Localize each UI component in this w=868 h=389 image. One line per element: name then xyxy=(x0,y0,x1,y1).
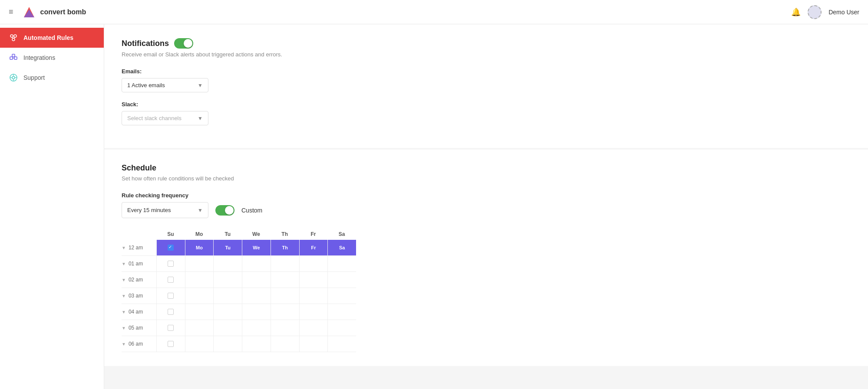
chevron-12am: ▼ xyxy=(122,245,126,250)
cal-cell-06am-th xyxy=(271,336,299,352)
cal-label-04am: ▼ 04 am xyxy=(122,304,156,320)
cal-cell-12am-tu[interactable]: Tu xyxy=(213,240,242,255)
cal-header-empty xyxy=(122,229,156,240)
topbar-left: ≡ convert bomb xyxy=(9,5,86,19)
sidebar-label-automated-rules: Automated Rules xyxy=(23,34,73,41)
cal-cell-05am-th xyxy=(271,320,299,336)
notifications-toggle[interactable] xyxy=(174,38,193,49)
cal-cell-02am-fr xyxy=(299,272,328,288)
svg-rect-8 xyxy=(14,57,17,59)
cal-header-sa: Sa xyxy=(327,229,356,240)
cal-cell-12am-mo[interactable]: Mo xyxy=(185,240,214,255)
cal-cell-12am-we[interactable]: We xyxy=(242,240,271,255)
sidebar: Automated Rules Integrations xyxy=(0,24,104,389)
cal-label-12am: ▼ 12 am xyxy=(122,240,156,255)
cal-cell-01am-sa xyxy=(327,256,356,271)
cal-row-12am: ▼ 12 am Mo Tu We Th Fr Sa xyxy=(122,240,356,256)
checkbox-01am-su[interactable] xyxy=(168,261,174,267)
schedule-title: Schedule xyxy=(122,163,851,173)
freq-label: Rule checking frequency xyxy=(122,192,851,199)
cal-row-02am: ▼ 02 am xyxy=(122,272,356,288)
custom-toggle[interactable] xyxy=(215,205,234,216)
cal-header-su: Su xyxy=(156,229,185,240)
topbar-right: 🔔 Demo User xyxy=(791,5,859,19)
cal-row-04am: ▼ 04 am xyxy=(122,304,356,320)
frequency-value: Every 15 minutes xyxy=(127,207,171,213)
checkbox-06am-su[interactable] xyxy=(168,341,174,347)
slack-label: Slack: xyxy=(122,101,851,108)
checkbox-03am-su[interactable] xyxy=(168,293,174,299)
support-icon xyxy=(9,73,18,82)
cal-cell-04am-su[interactable] xyxy=(156,304,185,320)
cal-cell-12am-su[interactable] xyxy=(156,240,185,255)
notifications-desc: Receive email or Slack alerts about trig… xyxy=(122,51,851,58)
cal-cell-12am-fr[interactable]: Fr xyxy=(299,240,328,255)
cal-cell-02am-sa xyxy=(327,272,356,288)
cal-header-mo: Mo xyxy=(185,229,214,240)
avatar xyxy=(808,5,822,19)
cal-cell-03am-tu xyxy=(213,288,242,304)
bell-icon[interactable]: 🔔 xyxy=(791,7,801,17)
checkbox-05am-su[interactable] xyxy=(168,325,174,331)
cal-label-05am: ▼ 05 am xyxy=(122,320,156,336)
cal-header-fr: Fr xyxy=(299,229,328,240)
cal-cell-01am-fr xyxy=(299,256,328,271)
cal-cell-05am-su[interactable] xyxy=(156,320,185,336)
slack-dropdown[interactable]: Select slack channels ▼ xyxy=(122,111,208,125)
cal-cell-02am-we xyxy=(242,272,271,288)
svg-line-6 xyxy=(13,37,15,38)
emails-dropdown[interactable]: 1 Active emails ▼ xyxy=(122,78,208,92)
cal-header-th: Th xyxy=(271,229,299,240)
cal-label-03am: ▼ 03 am xyxy=(122,288,156,304)
frequency-dropdown[interactable]: Every 15 minutes ▼ xyxy=(122,202,208,218)
logo-text: convert bomb xyxy=(40,8,86,16)
cal-cell-05am-we xyxy=(242,320,271,336)
cal-cell-12am-th[interactable]: Th xyxy=(271,240,299,255)
chevron-05am: ▼ xyxy=(122,326,126,330)
cal-cell-03am-su[interactable] xyxy=(156,288,185,304)
cal-cell-02am-su[interactable] xyxy=(156,272,185,288)
svg-point-3 xyxy=(14,35,17,37)
sidebar-item-support[interactable]: Support xyxy=(0,68,104,88)
cal-cell-03am-sa xyxy=(327,288,356,304)
sidebar-label-integrations: Integrations xyxy=(23,54,55,61)
sidebar-item-integrations[interactable]: Integrations xyxy=(0,48,104,68)
svg-rect-7 xyxy=(10,57,13,59)
cal-cell-01am-mo xyxy=(185,256,214,271)
custom-label: Custom xyxy=(241,207,262,214)
cal-cell-03am-th xyxy=(271,288,299,304)
svg-marker-1 xyxy=(24,10,34,17)
cal-cell-04am-fr xyxy=(299,304,328,320)
rule-freq-row: Every 15 minutes ▼ Custom xyxy=(122,202,851,218)
cal-cell-03am-mo xyxy=(185,288,214,304)
sidebar-item-automated-rules[interactable]: Automated Rules xyxy=(0,28,104,48)
toggle-knob xyxy=(184,39,192,48)
chevron-04am: ▼ xyxy=(122,310,126,314)
cal-cell-05am-tu xyxy=(213,320,242,336)
cal-cell-02am-th xyxy=(271,272,299,288)
cal-row-05am: ▼ 05 am xyxy=(122,320,356,336)
cal-cell-04am-sa xyxy=(327,304,356,320)
cal-cell-04am-we xyxy=(242,304,271,320)
cal-label-02am: ▼ 02 am xyxy=(122,272,156,288)
cal-cell-06am-su[interactable] xyxy=(156,336,185,352)
checkbox-02am-su[interactable] xyxy=(168,277,174,283)
hamburger-menu[interactable]: ≡ xyxy=(9,7,13,16)
cal-cell-03am-fr xyxy=(299,288,328,304)
svg-rect-9 xyxy=(12,54,15,57)
cal-cell-12am-sa[interactable]: Sa xyxy=(327,240,356,255)
checkbox-12am-su[interactable] xyxy=(168,245,174,251)
integrations-icon xyxy=(9,53,18,62)
cal-cell-01am-we xyxy=(242,256,271,271)
cal-row-03am: ▼ 03 am xyxy=(122,288,356,304)
logo-icon xyxy=(22,5,36,19)
cal-row-01am: ▼ 01 am xyxy=(122,256,356,272)
checkbox-04am-su[interactable] xyxy=(168,309,174,315)
cal-cell-01am-tu xyxy=(213,256,242,271)
cal-cell-01am-su[interactable] xyxy=(156,256,185,271)
main-layout: Automated Rules Integrations xyxy=(0,24,868,389)
cal-label-06am: ▼ 06 am xyxy=(122,336,156,352)
schedule-desc: Set how often rule conditions will be ch… xyxy=(122,175,851,182)
sidebar-label-support: Support xyxy=(23,74,45,81)
notifications-card: Notifications Receive email or Slack ale… xyxy=(104,24,868,148)
